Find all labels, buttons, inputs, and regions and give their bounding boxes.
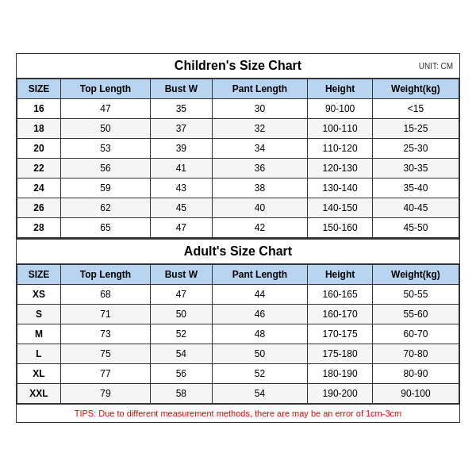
table-row: S715046160-17055-60 xyxy=(17,305,459,324)
table-row: 18503732100-11015-25 xyxy=(17,119,459,139)
table-row: XXL795854190-20090-100 xyxy=(17,384,459,404)
children-title-row: Children's Size Chart UNIT: CM xyxy=(17,54,459,79)
adult-title-row: Adult's Size Chart xyxy=(17,238,459,264)
adult-col-pantlength: Pant Length xyxy=(212,265,308,285)
table-row: 28654742150-16045-50 xyxy=(17,218,459,238)
adult-col-height: Height xyxy=(308,265,373,285)
children-title: Children's Size Chart xyxy=(175,59,301,73)
children-col-toplength: Top Length xyxy=(60,79,150,99)
table-row: 22564136120-13030-35 xyxy=(17,159,459,178)
adult-header-row: SIZE Top Length Bust W Pant Length Heigh… xyxy=(17,265,459,285)
children-col-bustw: Bust W xyxy=(151,79,213,99)
table-row: XL775652180-19080-90 xyxy=(17,364,459,384)
tips-text: TIPS: Due to different measurement metho… xyxy=(75,409,401,418)
children-col-weight: Weight(kg) xyxy=(372,79,459,99)
table-row: 1647353090-100<15 xyxy=(17,99,459,119)
children-table: SIZE Top Length Bust W Pant Length Heigh… xyxy=(17,79,459,238)
table-row: XS684744160-16550-55 xyxy=(17,285,459,305)
children-col-height: Height xyxy=(308,79,373,99)
children-col-size: SIZE xyxy=(17,79,61,99)
table-row: L755450175-18070-80 xyxy=(17,344,459,364)
adult-col-size: SIZE xyxy=(17,265,61,285)
unit-label: UNIT: CM xyxy=(419,62,453,71)
table-row: 20533934110-12025-30 xyxy=(17,139,459,159)
children-header-row: SIZE Top Length Bust W Pant Length Heigh… xyxy=(17,79,459,99)
table-row: 24594338130-14035-40 xyxy=(17,178,459,198)
size-chart: Children's Size Chart UNIT: CM SIZE Top … xyxy=(16,53,460,423)
adult-title: Adult's Size Chart xyxy=(184,244,292,259)
children-col-pantlength: Pant Length xyxy=(212,79,308,99)
table-row: M735248170-17560-70 xyxy=(17,324,459,344)
adult-col-toplength: Top Length xyxy=(60,265,150,285)
adult-col-bustw: Bust W xyxy=(151,265,213,285)
adult-col-weight: Weight(kg) xyxy=(372,265,459,285)
tips-row: TIPS: Due to different measurement metho… xyxy=(17,404,459,422)
table-row: 26624540140-15040-45 xyxy=(17,198,459,218)
adult-table: SIZE Top Length Bust W Pant Length Heigh… xyxy=(17,264,459,404)
